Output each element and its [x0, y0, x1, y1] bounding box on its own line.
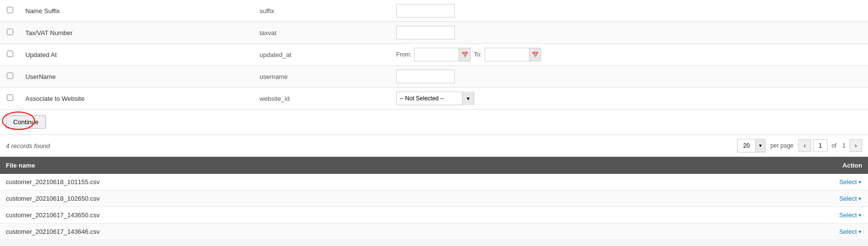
file-name-cell: customer_20210618_102650.csv — [0, 190, 829, 207]
file-table-row: customer_20210617_143650.csvSelect ▼ — [0, 207, 868, 224]
pagination: 20 ▼ per page ‹ 1 of 1 › — [737, 139, 862, 152]
col-action-header: Action — [829, 157, 868, 174]
filter-checkbox-cell — [0, 88, 20, 110]
filter-text-input-row-username[interactable] — [396, 70, 455, 83]
file-action-cell: Select ▼ — [829, 190, 868, 207]
filter-checkbox-row-website[interactable] — [7, 95, 13, 101]
file-table: File name Action customer_20210618_10115… — [0, 157, 868, 240]
from-date-wrap: 📅 — [414, 48, 471, 61]
file-select-button-3[interactable]: Select ▼ — [839, 228, 862, 235]
to-calendar-button[interactable]: 📅 — [529, 48, 541, 61]
filter-label-row-username: UserName — [20, 66, 254, 88]
to-date-input[interactable] — [485, 48, 529, 61]
from-label: From: — [396, 51, 411, 58]
filter-field-row-suffix: suffix — [254, 0, 390, 22]
continue-button[interactable]: Continue — [6, 115, 46, 129]
filter-checkbox-row-username[interactable] — [7, 73, 13, 79]
filter-label-row-website: Associate to Website — [20, 88, 254, 110]
filter-row-row-website: Associate to Websitewebsite_id-- Not Sel… — [0, 88, 868, 110]
select-arrow-icon: ▼ — [858, 180, 862, 185]
filter-input-cell-row-taxvat — [390, 22, 868, 44]
file-select-button-2[interactable]: Select ▼ — [839, 211, 862, 219]
filter-checkbox-cell — [0, 66, 20, 88]
filter-field-row-updated: updated_at — [254, 44, 390, 66]
filter-input-cell-row-updated: From:📅To:📅 — [390, 44, 868, 66]
dropdown-select-row-website[interactable]: -- Not Selected -- — [397, 93, 462, 104]
file-table-row: customer_20210618_102650.csvSelect ▼ — [0, 190, 868, 207]
next-page-button[interactable]: › — [849, 139, 862, 152]
filter-row-row-username: UserNameusername — [0, 66, 868, 88]
filter-checkbox-row-taxvat[interactable] — [7, 29, 13, 35]
filter-checkbox-row-suffix[interactable] — [7, 7, 13, 13]
prev-page-button[interactable]: ‹ — [798, 139, 811, 152]
file-name-cell: customer_20210618_101155.csv — [0, 174, 829, 190]
filter-label-row-suffix: Name Suffix — [20, 0, 254, 22]
filter-checkbox-cell — [0, 22, 20, 44]
filter-label-row-updated: Updated At — [20, 44, 254, 66]
filter-input-cell-row-website: -- Not Selected --▼ — [390, 88, 868, 110]
file-table-row: customer_20210617_143646.csvSelect ▼ — [0, 224, 868, 240]
page-size-arrow[interactable]: ▼ — [755, 139, 765, 152]
col-filename-header: File name — [0, 157, 829, 174]
records-count: 4 records found — [6, 142, 50, 150]
continue-section: Continue — [0, 110, 868, 135]
filter-input-cell-row-suffix — [390, 0, 868, 22]
to-date-wrap: 📅 — [484, 48, 541, 61]
filter-field-row-taxvat: taxvat — [254, 22, 390, 44]
to-label: To: — [474, 51, 482, 58]
file-action-cell: Select ▼ — [829, 174, 868, 190]
select-arrow-icon: ▼ — [858, 213, 862, 218]
select-arrow-icon: ▼ — [858, 196, 862, 201]
file-action-cell: Select ▼ — [829, 224, 868, 240]
current-page-input[interactable]: 1 — [813, 139, 828, 152]
file-table-row: customer_20210618_101155.csvSelect ▼ — [0, 174, 868, 190]
filter-text-input-row-taxvat[interactable] — [396, 26, 455, 39]
file-action-cell: Select ▼ — [829, 207, 868, 224]
date-range-wrap-row-updated: From:📅To:📅 — [396, 48, 862, 61]
filter-checkbox-cell — [0, 44, 20, 66]
filter-field-row-username: username — [254, 66, 390, 88]
file-table-header-row: File name Action — [0, 157, 868, 174]
from-calendar-button[interactable]: 📅 — [459, 48, 470, 61]
select-arrow-icon: ▼ — [858, 229, 862, 234]
filter-label-row-taxvat: Tax/VAT Number — [20, 22, 254, 44]
filter-text-input-row-suffix[interactable] — [396, 4, 455, 18]
file-select-button-1[interactable]: Select ▼ — [839, 195, 862, 202]
page-size-input[interactable]: 20 — [738, 139, 755, 152]
file-name-cell: customer_20210617_143650.csv — [0, 207, 829, 224]
page-size-wrap: 20 ▼ — [737, 139, 766, 152]
file-select-button-0[interactable]: Select ▼ — [839, 178, 862, 186]
filter-table: Name SuffixsuffixTax/VAT NumbertaxvatUpd… — [0, 0, 868, 110]
of-label: of — [831, 142, 836, 149]
dropdown-wrap-row-website: -- Not Selected --▼ — [396, 92, 474, 105]
filter-field-row-website: website_id — [254, 88, 390, 110]
dropdown-arrow-button-row-website[interactable]: ▼ — [462, 92, 474, 105]
total-pages: 1 — [842, 142, 846, 149]
records-bar: 4 records found 20 ▼ per page ‹ 1 of 1 › — [0, 135, 868, 157]
filter-row-row-updated: Updated Atupdated_atFrom:📅To:📅 — [0, 44, 868, 66]
filter-row-row-suffix: Name Suffixsuffix — [0, 0, 868, 22]
filter-checkbox-row-updated[interactable] — [7, 51, 13, 57]
filter-row-row-taxvat: Tax/VAT Numbertaxvat — [0, 22, 868, 44]
filter-checkbox-cell — [0, 0, 20, 22]
filter-input-cell-row-username — [390, 66, 868, 88]
from-date-input[interactable] — [415, 48, 459, 61]
per-page-label: per page — [770, 142, 793, 149]
file-name-cell: customer_20210617_143646.csv — [0, 224, 829, 240]
